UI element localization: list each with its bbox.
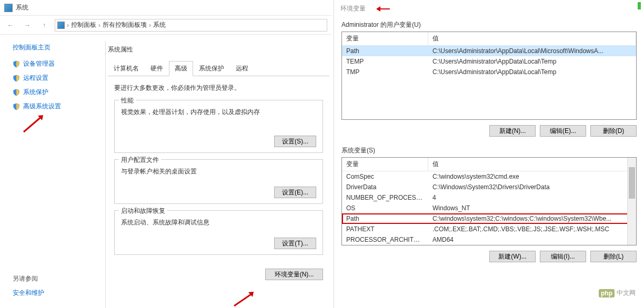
table-row[interactable]: TMPC:\Users\Administrator\AppData\Local\… <box>342 67 636 77</box>
annotation-arrow-icon <box>375 5 391 13</box>
sidebar-item-label: 高级系统设置 <box>23 102 61 111</box>
sidebar: 控制面板主页 设备管理器 远程设置 系统保护 高级系统设置 <box>0 35 92 116</box>
var-value: C:\Users\Administrator\AppData\Local\Mic… <box>428 46 636 56</box>
table-header: 变量 值 <box>342 32 636 46</box>
dialog-title-bar: 环境变量 <box>334 0 644 17</box>
col-variable[interactable]: 变量 <box>342 32 428 45</box>
see-also-link[interactable]: 安全和维护 <box>13 289 44 297</box>
table-row[interactable]: NUMBER_OF_PROCESSORS4 <box>342 192 636 203</box>
scroll-thumb[interactable] <box>629 167 635 199</box>
group-title: 用户配置文件 <box>119 156 161 165</box>
dialog-title: 环境变量 <box>340 4 366 13</box>
var-value: .COM;.EXE;.BAT;.CMD;.VBS;.VBE;.JS;.JSE;.… <box>428 224 636 234</box>
performance-group: 性能 视觉效果，处理器计划，内存使用，以及虚拟内存 设置(S)... <box>114 100 323 153</box>
table-row[interactable]: DriverDataC:\Windows\System32\Drivers\Dr… <box>342 182 636 192</box>
chevron-right-icon: › <box>67 22 69 29</box>
delete-sys-var-button[interactable]: 删除(L) <box>590 251 637 262</box>
tab-advanced[interactable]: 高级 <box>169 61 193 76</box>
new-user-var-button[interactable]: 新建(N)... <box>489 125 536 137</box>
var-name: TMP <box>342 67 428 77</box>
annotation-arrow-icon <box>232 290 258 308</box>
window-title: 系统 <box>16 3 28 12</box>
var-value: Windows_NT <box>428 203 636 213</box>
var-name: ComSpec <box>342 171 428 182</box>
shield-icon <box>13 89 20 96</box>
shield-icon <box>13 60 20 68</box>
system-vars-section: 系统变量(S) 变量 值 ComSpecC:\windows\system32\… <box>341 146 637 262</box>
environment-variables-dialog: 环境变量 Administrator 的用户变量(U) 变量 值 PathC:\… <box>334 0 644 308</box>
system-properties-dialog: 系统属性 计算机名 硬件 高级 系统保护 远程 要进行大多数更改，你必须作为管理… <box>105 41 331 308</box>
scroll-indicator-icon <box>638 2 641 9</box>
tab-protection[interactable]: 系统保护 <box>193 61 230 76</box>
table-row[interactable]: PathC:\windows\system32;C:\windows;C:\wi… <box>342 213 636 224</box>
table-row[interactable]: PathC:\Users\Administrator\AppData\Local… <box>342 46 636 56</box>
php-logo-icon: php <box>599 289 615 297</box>
environment-variables-button[interactable]: 环境变量(N)... <box>265 269 323 280</box>
var-value: C:\windows\system32\cmd.exe <box>428 171 636 182</box>
breadcrumb-bar: ← → ↑ › 控制面板 › 所有控制面板项 › 系统 <box>0 16 331 35</box>
title-bar: 系统 <box>0 0 331 16</box>
admin-note: 要进行大多数更改，你必须作为管理员登录。 <box>114 84 323 93</box>
section-title: 系统变量(S) <box>341 146 637 155</box>
back-button[interactable]: ← <box>4 19 17 32</box>
group-title: 启动和故障恢复 <box>119 207 167 215</box>
sidebar-item-device-manager[interactable]: 设备管理器 <box>13 59 92 68</box>
table-row[interactable]: PATHEXT.COM;.EXE;.BAT;.CMD;.VBS;.VBE;.JS… <box>342 224 636 234</box>
group-desc: 系统启动、系统故障和调试信息 <box>121 218 316 227</box>
var-name: TEMP <box>342 56 428 67</box>
var-value: 4 <box>428 192 636 203</box>
dialog-body: 要进行大多数更改，你必须作为管理员登录。 性能 视觉效果，处理器计划，内存使用，… <box>106 76 331 269</box>
watermark: php php 中文网 中文网 <box>599 289 636 297</box>
tab-computer-name[interactable]: 计算机名 <box>108 61 145 76</box>
delete-user-var-button[interactable]: 删除(D) <box>590 125 637 137</box>
var-value: AMD64 <box>428 234 636 245</box>
table-row[interactable]: ComSpecC:\windows\system32\cmd.exe <box>342 171 636 182</box>
scrollbar[interactable] <box>627 158 636 245</box>
var-name: DriverData <box>342 182 428 192</box>
edit-user-var-button[interactable]: 编辑(E)... <box>540 125 586 137</box>
tab-remote[interactable]: 远程 <box>230 61 254 76</box>
control-panel-home-link[interactable]: 控制面板主页 <box>13 43 92 52</box>
forward-button[interactable]: → <box>21 19 34 32</box>
var-name: NUMBER_OF_PROCESSORS <box>342 192 428 203</box>
new-sys-var-button[interactable]: 新建(W)... <box>489 251 536 262</box>
edit-sys-var-button[interactable]: 编辑(I)... <box>540 251 586 262</box>
see-also: 另请参阅 安全和维护 <box>13 274 44 297</box>
var-name: Path <box>342 213 428 224</box>
breadcrumb-item[interactable]: 控制面板 <box>71 20 96 29</box>
table-row[interactable]: PROCESSOR_ARCHITECT...AMD64 <box>342 234 636 245</box>
table-row[interactable]: TEMPC:\Users\Administrator\AppData\Local… <box>342 56 636 67</box>
group-title: 性能 <box>119 96 136 105</box>
address-bar[interactable]: › 控制面板 › 所有控制面板项 › 系统 <box>55 19 327 32</box>
monitor-icon <box>57 22 65 29</box>
var-value: C:\Users\Administrator\AppData\Local\Tem… <box>428 67 636 77</box>
var-value: C:\windows\system32;C:\windows;C:\window… <box>428 213 636 224</box>
sidebar-item-label: 远程设置 <box>23 74 48 83</box>
var-value: C:\Windows\System32\Drivers\DriverData <box>428 182 636 192</box>
breadcrumb-item[interactable]: 所有控制面板项 <box>103 20 147 29</box>
var-name: OS <box>342 203 428 213</box>
var-name: PROCESSOR_ARCHITECT... <box>342 234 428 245</box>
performance-settings-button[interactable]: 设置(S)... <box>274 136 316 147</box>
startup-settings-button[interactable]: 设置(T)... <box>274 238 316 249</box>
profiles-settings-button[interactable]: 设置(E)... <box>274 187 316 198</box>
col-value[interactable]: 值 <box>428 158 636 171</box>
see-also-header: 另请参阅 <box>13 274 44 283</box>
up-button[interactable]: ↑ <box>38 19 51 32</box>
tab-hardware[interactable]: 硬件 <box>145 61 169 76</box>
system-buttons: 新建(W)... 编辑(I)... 删除(L) <box>341 245 637 262</box>
shield-icon <box>13 75 20 82</box>
system-vars-table[interactable]: 变量 值 ComSpecC:\windows\system32\cmd.exeD… <box>341 157 637 245</box>
col-value[interactable]: 值 <box>428 32 636 45</box>
breadcrumb-item[interactable]: 系统 <box>153 20 166 29</box>
user-vars-table[interactable]: 变量 值 PathC:\Users\Administrator\AppData\… <box>341 32 637 120</box>
var-value: C:\Users\Administrator\AppData\Local\Tem… <box>428 56 636 67</box>
sidebar-item-advanced[interactable]: 高级系统设置 <box>13 102 92 111</box>
col-variable[interactable]: 变量 <box>342 158 428 171</box>
var-name: Path <box>342 46 428 56</box>
annotation-arrow-icon <box>21 114 47 135</box>
var-name: PATHEXT <box>342 224 428 234</box>
sidebar-item-remote[interactable]: 远程设置 <box>13 74 92 83</box>
sidebar-item-protection[interactable]: 系统保护 <box>13 88 92 97</box>
table-row[interactable]: OSWindows_NT <box>342 203 636 213</box>
